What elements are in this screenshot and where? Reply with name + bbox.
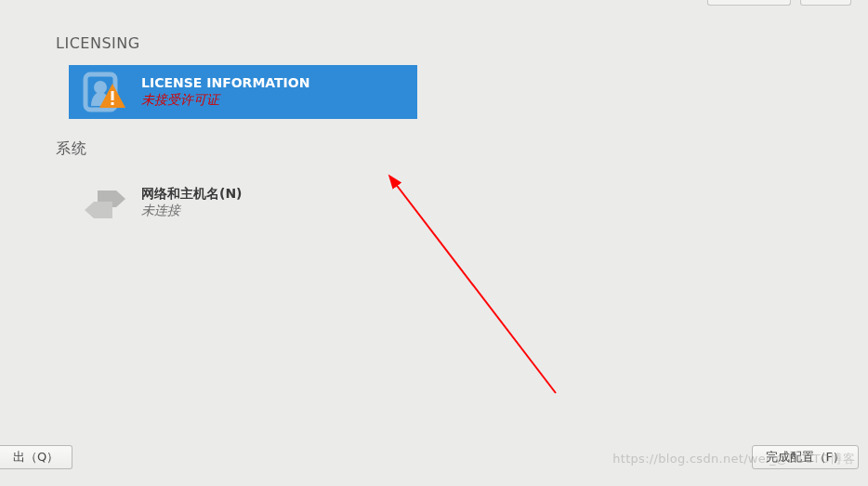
section-title-licensing: LICENSING <box>56 34 812 52</box>
svg-point-1 <box>94 81 107 94</box>
spoke-title: 网络和主机名(N) <box>141 185 408 202</box>
spoke-status: 未连接 <box>141 202 408 220</box>
svg-rect-2 <box>112 91 114 100</box>
spoke-text: LICENSE INFORMATION 未接受许可证 <box>141 74 417 110</box>
top-bar-remnant <box>707 0 851 9</box>
quit-button[interactable]: 出（Q） <box>0 445 72 469</box>
finish-config-button[interactable]: 完成配置（F） <box>752 445 859 469</box>
spoke-text: 网络和主机名(N) 未连接 <box>141 185 417 220</box>
top-box <box>800 0 851 6</box>
spoke-status: 未接受许可证 <box>141 91 408 110</box>
spoke-license-information[interactable]: LICENSE INFORMATION 未接受许可证 <box>69 65 417 119</box>
spoke-network-hostname[interactable]: 网络和主机名(N) 未连接 <box>69 176 417 230</box>
top-box <box>707 0 791 6</box>
network-icon <box>69 176 141 230</box>
footer-bar: 出（Q） 完成配置（F） <box>0 445 868 477</box>
section-title-system: 系统 <box>56 139 812 159</box>
svg-rect-3 <box>112 102 114 105</box>
license-warning-icon <box>69 65 141 119</box>
spoke-title: LICENSE INFORMATION <box>141 74 408 91</box>
main-content: LICENSING LICENSE INFORMATION 未接受许可证 系统 <box>0 34 868 230</box>
